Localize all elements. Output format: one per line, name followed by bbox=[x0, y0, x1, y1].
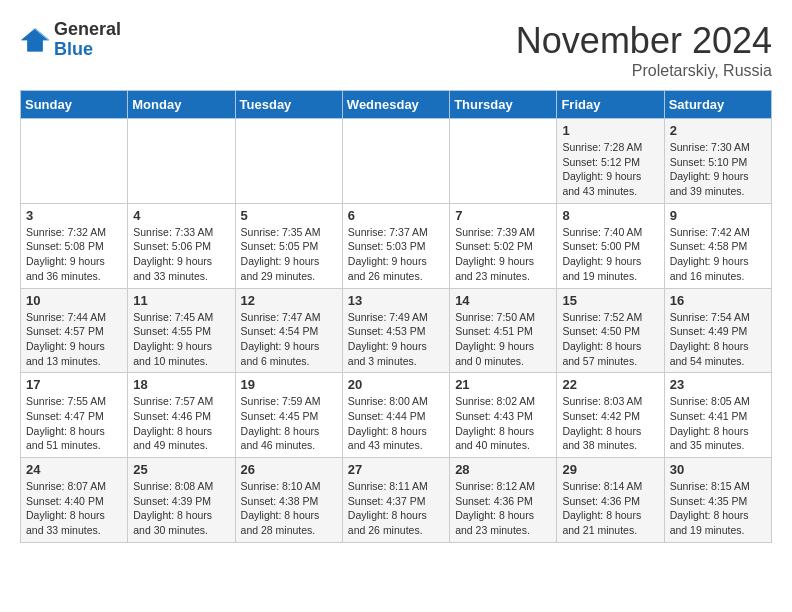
day-info: Sunrise: 8:08 AM Sunset: 4:39 PM Dayligh… bbox=[133, 479, 229, 538]
calendar-cell bbox=[21, 119, 128, 204]
header-friday: Friday bbox=[557, 91, 664, 119]
header-sunday: Sunday bbox=[21, 91, 128, 119]
calendar-table: Sunday Monday Tuesday Wednesday Thursday… bbox=[20, 90, 772, 543]
day-info: Sunrise: 7:30 AM Sunset: 5:10 PM Dayligh… bbox=[670, 140, 766, 199]
day-number: 12 bbox=[241, 293, 337, 308]
calendar-cell: 23Sunrise: 8:05 AM Sunset: 4:41 PM Dayli… bbox=[664, 373, 771, 458]
calendar-cell: 16Sunrise: 7:54 AM Sunset: 4:49 PM Dayli… bbox=[664, 288, 771, 373]
calendar-cell: 7Sunrise: 7:39 AM Sunset: 5:02 PM Daylig… bbox=[450, 203, 557, 288]
calendar-cell: 18Sunrise: 7:57 AM Sunset: 4:46 PM Dayli… bbox=[128, 373, 235, 458]
calendar-cell: 21Sunrise: 8:02 AM Sunset: 4:43 PM Dayli… bbox=[450, 373, 557, 458]
day-info: Sunrise: 8:10 AM Sunset: 4:38 PM Dayligh… bbox=[241, 479, 337, 538]
calendar-week-2: 10Sunrise: 7:44 AM Sunset: 4:57 PM Dayli… bbox=[21, 288, 772, 373]
day-number: 22 bbox=[562, 377, 658, 392]
day-info: Sunrise: 8:00 AM Sunset: 4:44 PM Dayligh… bbox=[348, 394, 444, 453]
day-number: 7 bbox=[455, 208, 551, 223]
logo-icon bbox=[20, 25, 50, 55]
day-number: 21 bbox=[455, 377, 551, 392]
day-number: 13 bbox=[348, 293, 444, 308]
calendar-header-row: Sunday Monday Tuesday Wednesday Thursday… bbox=[21, 91, 772, 119]
logo-general: General bbox=[54, 20, 121, 40]
day-number: 23 bbox=[670, 377, 766, 392]
day-info: Sunrise: 7:37 AM Sunset: 5:03 PM Dayligh… bbox=[348, 225, 444, 284]
day-number: 9 bbox=[670, 208, 766, 223]
calendar-cell: 26Sunrise: 8:10 AM Sunset: 4:38 PM Dayli… bbox=[235, 458, 342, 543]
header-wednesday: Wednesday bbox=[342, 91, 449, 119]
calendar-cell: 12Sunrise: 7:47 AM Sunset: 4:54 PM Dayli… bbox=[235, 288, 342, 373]
header-monday: Monday bbox=[128, 91, 235, 119]
day-info: Sunrise: 7:45 AM Sunset: 4:55 PM Dayligh… bbox=[133, 310, 229, 369]
header-saturday: Saturday bbox=[664, 91, 771, 119]
calendar-cell: 29Sunrise: 8:14 AM Sunset: 4:36 PM Dayli… bbox=[557, 458, 664, 543]
calendar-cell bbox=[128, 119, 235, 204]
day-info: Sunrise: 7:44 AM Sunset: 4:57 PM Dayligh… bbox=[26, 310, 122, 369]
day-info: Sunrise: 8:07 AM Sunset: 4:40 PM Dayligh… bbox=[26, 479, 122, 538]
calendar-cell: 5Sunrise: 7:35 AM Sunset: 5:05 PM Daylig… bbox=[235, 203, 342, 288]
day-number: 18 bbox=[133, 377, 229, 392]
logo-blue: Blue bbox=[54, 40, 121, 60]
day-info: Sunrise: 7:40 AM Sunset: 5:00 PM Dayligh… bbox=[562, 225, 658, 284]
calendar-cell: 4Sunrise: 7:33 AM Sunset: 5:06 PM Daylig… bbox=[128, 203, 235, 288]
day-number: 6 bbox=[348, 208, 444, 223]
day-number: 8 bbox=[562, 208, 658, 223]
calendar-cell: 30Sunrise: 8:15 AM Sunset: 4:35 PM Dayli… bbox=[664, 458, 771, 543]
subtitle: Proletarskiy, Russia bbox=[516, 62, 772, 80]
day-info: Sunrise: 7:28 AM Sunset: 5:12 PM Dayligh… bbox=[562, 140, 658, 199]
day-info: Sunrise: 8:11 AM Sunset: 4:37 PM Dayligh… bbox=[348, 479, 444, 538]
day-number: 2 bbox=[670, 123, 766, 138]
calendar-cell: 24Sunrise: 8:07 AM Sunset: 4:40 PM Dayli… bbox=[21, 458, 128, 543]
day-number: 29 bbox=[562, 462, 658, 477]
calendar-cell: 20Sunrise: 8:00 AM Sunset: 4:44 PM Dayli… bbox=[342, 373, 449, 458]
day-info: Sunrise: 8:05 AM Sunset: 4:41 PM Dayligh… bbox=[670, 394, 766, 453]
calendar-cell bbox=[235, 119, 342, 204]
day-number: 3 bbox=[26, 208, 122, 223]
calendar-week-1: 3Sunrise: 7:32 AM Sunset: 5:08 PM Daylig… bbox=[21, 203, 772, 288]
calendar-cell: 9Sunrise: 7:42 AM Sunset: 4:58 PM Daylig… bbox=[664, 203, 771, 288]
day-number: 27 bbox=[348, 462, 444, 477]
calendar-cell: 3Sunrise: 7:32 AM Sunset: 5:08 PM Daylig… bbox=[21, 203, 128, 288]
day-number: 26 bbox=[241, 462, 337, 477]
day-number: 5 bbox=[241, 208, 337, 223]
day-number: 4 bbox=[133, 208, 229, 223]
logo-text: General Blue bbox=[54, 20, 121, 60]
calendar-cell: 1Sunrise: 7:28 AM Sunset: 5:12 PM Daylig… bbox=[557, 119, 664, 204]
calendar-cell: 15Sunrise: 7:52 AM Sunset: 4:50 PM Dayli… bbox=[557, 288, 664, 373]
day-number: 25 bbox=[133, 462, 229, 477]
day-number: 30 bbox=[670, 462, 766, 477]
day-info: Sunrise: 7:33 AM Sunset: 5:06 PM Dayligh… bbox=[133, 225, 229, 284]
day-info: Sunrise: 7:50 AM Sunset: 4:51 PM Dayligh… bbox=[455, 310, 551, 369]
calendar-cell: 6Sunrise: 7:37 AM Sunset: 5:03 PM Daylig… bbox=[342, 203, 449, 288]
day-info: Sunrise: 7:57 AM Sunset: 4:46 PM Dayligh… bbox=[133, 394, 229, 453]
day-number: 1 bbox=[562, 123, 658, 138]
day-info: Sunrise: 7:42 AM Sunset: 4:58 PM Dayligh… bbox=[670, 225, 766, 284]
day-info: Sunrise: 7:52 AM Sunset: 4:50 PM Dayligh… bbox=[562, 310, 658, 369]
calendar-cell: 22Sunrise: 8:03 AM Sunset: 4:42 PM Dayli… bbox=[557, 373, 664, 458]
calendar-cell: 8Sunrise: 7:40 AM Sunset: 5:00 PM Daylig… bbox=[557, 203, 664, 288]
day-info: Sunrise: 8:12 AM Sunset: 4:36 PM Dayligh… bbox=[455, 479, 551, 538]
day-info: Sunrise: 7:55 AM Sunset: 4:47 PM Dayligh… bbox=[26, 394, 122, 453]
month-title: November 2024 bbox=[516, 20, 772, 62]
logo: General Blue bbox=[20, 20, 121, 60]
calendar-cell: 14Sunrise: 7:50 AM Sunset: 4:51 PM Dayli… bbox=[450, 288, 557, 373]
day-number: 20 bbox=[348, 377, 444, 392]
day-number: 28 bbox=[455, 462, 551, 477]
day-info: Sunrise: 8:15 AM Sunset: 4:35 PM Dayligh… bbox=[670, 479, 766, 538]
calendar-cell: 11Sunrise: 7:45 AM Sunset: 4:55 PM Dayli… bbox=[128, 288, 235, 373]
calendar-week-4: 24Sunrise: 8:07 AM Sunset: 4:40 PM Dayli… bbox=[21, 458, 772, 543]
calendar-week-0: 1Sunrise: 7:28 AM Sunset: 5:12 PM Daylig… bbox=[21, 119, 772, 204]
day-number: 15 bbox=[562, 293, 658, 308]
day-info: Sunrise: 7:39 AM Sunset: 5:02 PM Dayligh… bbox=[455, 225, 551, 284]
day-number: 16 bbox=[670, 293, 766, 308]
calendar-cell: 10Sunrise: 7:44 AM Sunset: 4:57 PM Dayli… bbox=[21, 288, 128, 373]
day-number: 14 bbox=[455, 293, 551, 308]
calendar-cell: 27Sunrise: 8:11 AM Sunset: 4:37 PM Dayli… bbox=[342, 458, 449, 543]
calendar-cell bbox=[342, 119, 449, 204]
day-number: 17 bbox=[26, 377, 122, 392]
day-number: 10 bbox=[26, 293, 122, 308]
day-info: Sunrise: 7:35 AM Sunset: 5:05 PM Dayligh… bbox=[241, 225, 337, 284]
header-tuesday: Tuesday bbox=[235, 91, 342, 119]
day-info: Sunrise: 7:54 AM Sunset: 4:49 PM Dayligh… bbox=[670, 310, 766, 369]
day-number: 11 bbox=[133, 293, 229, 308]
calendar-cell: 17Sunrise: 7:55 AM Sunset: 4:47 PM Dayli… bbox=[21, 373, 128, 458]
day-number: 24 bbox=[26, 462, 122, 477]
